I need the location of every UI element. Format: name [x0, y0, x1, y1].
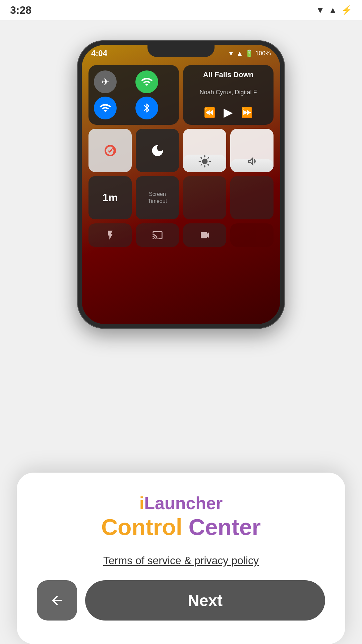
title-launcher: Launcher: [144, 493, 223, 513]
title-center: Center: [189, 514, 261, 540]
music-artist: Noah Cyrus, Digital F: [188, 89, 268, 96]
play-icon[interactable]: ▶: [224, 105, 233, 119]
cc-torch-btn[interactable]: [88, 223, 132, 247]
app-title-line2: Control Center: [101, 514, 261, 541]
title-i: i: [139, 493, 144, 513]
phone-wifi-icon: ▼: [228, 50, 234, 57]
screen-timeout-btn[interactable]: ScreenTimeout: [136, 176, 179, 219]
cc-row4: [88, 223, 274, 247]
next-button[interactable]: Next: [85, 580, 325, 621]
music-controls: ⏪ ▶ ⏩: [188, 105, 268, 119]
notch: [147, 45, 215, 57]
back-button[interactable]: [37, 580, 77, 621]
cc-record-btn[interactable]: [183, 223, 226, 247]
cc-connectivity: ✈: [88, 65, 179, 125]
phone-battery-pct: 100%: [255, 50, 271, 57]
hotspot-btn[interactable]: [135, 70, 158, 93]
rotation-lock-btn[interactable]: [88, 129, 132, 172]
status-icons: ▼ ▲ ⚡: [316, 5, 352, 15]
cc-music: All Falls Down Noah Cyrus, Digital F ⏪ ▶…: [183, 65, 274, 125]
bluetooth-btn[interactable]: [135, 97, 158, 119]
wifi-toggle-btn[interactable]: [94, 97, 117, 119]
cc-extra-btn: [230, 223, 274, 247]
cc-row3: 1m ScreenTimeout: [88, 176, 274, 219]
status-bar: 3:28 ▼ ▲ ⚡: [0, 0, 362, 20]
battery-icon: ⚡: [341, 5, 352, 15]
phone-time: 4:04: [91, 49, 107, 58]
phone-mockup: 4:04 ▼ ▲ 🔋 100% ✈: [77, 40, 285, 329]
phone-signal-icon: ▲: [236, 50, 243, 57]
volume-slider[interactable]: [230, 129, 274, 172]
forward-icon[interactable]: ⏩: [241, 107, 253, 118]
signal-icon: ▲: [328, 5, 337, 15]
svg-rect-1: [201, 232, 207, 238]
screen-timeout-label: ScreenTimeout: [148, 191, 167, 205]
app-title-line1: iLauncher: [101, 493, 261, 514]
music-title: All Falls Down: [188, 70, 268, 79]
wifi-icon: ▼: [316, 5, 325, 15]
rewind-icon[interactable]: ⏪: [204, 107, 216, 118]
cc-row1: ✈: [88, 65, 274, 125]
cc-extra-2: [230, 176, 274, 219]
control-center: ✈: [88, 65, 274, 247]
timeout-value: 1m: [102, 192, 118, 204]
phone-status-right: ▼ ▲ 🔋 100%: [228, 49, 271, 57]
title-control: Control: [101, 514, 182, 540]
cc-extra-1: [183, 176, 226, 219]
app-title: iLauncher Control Center: [101, 493, 261, 541]
main-content: 4:04 ▼ ▲ 🔋 100% ✈: [0, 20, 362, 644]
brightness-slider[interactable]: [183, 129, 226, 172]
timeout-indicator[interactable]: 1m: [88, 176, 132, 219]
status-time: 3:28: [10, 4, 32, 16]
phone-screen: 4:04 ▼ ▲ 🔋 100% ✈: [82, 45, 280, 324]
phone-container: 4:04 ▼ ▲ 🔋 100% ✈: [0, 20, 362, 329]
bottom-card: iLauncher Control Center Terms of servic…: [17, 473, 345, 644]
cc-cast-btn[interactable]: [136, 223, 179, 247]
cc-row2: [88, 129, 274, 172]
bottom-actions: Next: [37, 580, 325, 621]
airplane-mode-btn[interactable]: ✈: [94, 70, 117, 93]
night-mode-btn[interactable]: [136, 129, 179, 172]
phone-battery-icon: 🔋: [245, 49, 253, 57]
terms-link[interactable]: Terms of service & privacy policy: [103, 554, 259, 567]
next-button-label: Next: [188, 591, 223, 610]
